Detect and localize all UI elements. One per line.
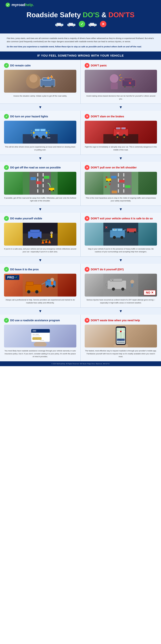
svg-point-156 (130, 280, 134, 284)
dont-desc-5: Serious injuries have occurred as a dire… (85, 298, 157, 304)
car-icon-2 (67, 22, 76, 26)
brakes-illustration: ✕ (85, 121, 157, 144)
do-badge-6: ✓ (4, 318, 9, 323)
svg-text:myroadhelp: myroadhelp (40, 340, 44, 341)
pro-badge: PRO ✓ (5, 275, 19, 280)
no-x: ✕ (151, 291, 154, 294)
tip-label-do-3: ✓ DO get off the road as soon as possibl… (4, 165, 76, 170)
do-desc-5: Always call a professional to help. Serv… (4, 298, 76, 304)
do-title-5: DO leave it to the pros (10, 268, 39, 271)
dont-desc-1: Avoid making stress-based decisions that… (85, 94, 157, 100)
svg-text:Request Roadside: Request Roadside (117, 340, 125, 340)
do-title-1: DO remain calm (10, 64, 31, 67)
svg-point-140 (27, 290, 30, 294)
svg-point-10 (73, 25, 74, 26)
svg-text:222-1234-5678-9100: 222-1234-5678-9100 (32, 335, 40, 336)
tip-col-do-2: ✓ DO turn on your hazard lights (0, 111, 81, 154)
svg-text:Jane A. Sample: Jane A. Sample (32, 334, 39, 335)
tip-label-dont-2: ✕ DON'T slam on the brakes (85, 114, 157, 119)
svg-rect-14 (90, 23, 94, 24)
svg-line-32 (120, 78, 122, 78)
svg-point-129 (113, 236, 116, 239)
dont-title-4: DON'T exit your vehicle unless it is saf… (91, 217, 153, 220)
svg-text:✕: ✕ (105, 186, 107, 188)
car-icon-1 (55, 22, 64, 26)
tips-container: ✓ DO remain calm ! ! (0, 60, 161, 361)
tip-label-dont-1: ✕ DON'T panic (85, 63, 157, 68)
svg-point-29 (110, 74, 119, 83)
arrow-down-1: ▼ (38, 105, 42, 110)
svg-point-155 (121, 288, 124, 290)
tip-row-4: ✓ DO make yourself visible (0, 213, 161, 257)
svg-text:✕: ✕ (105, 176, 108, 179)
svg-line-33 (119, 80, 121, 81)
tip-col-dont-5: ✕ DON'T do it yourself (DIY) (81, 264, 161, 308)
tip-col-do-1: ✓ DO remain calm ! ! (0, 60, 81, 104)
tip-label-dont-6: ✕ DON'T waste time when you need help (85, 318, 157, 323)
dont-title-5: DON'T do it yourself (DIY) (91, 268, 124, 271)
svg-rect-2 (57, 23, 61, 24)
svg-text:✕: ✕ (105, 226, 108, 230)
svg-rect-35 (124, 78, 132, 81)
dont-image-4: ✕ (85, 223, 157, 246)
no-badge: NO ✕ (144, 290, 156, 295)
card-illustration: ACME Jane A. Sample 222-1234-5678-9100 P… (8, 326, 73, 346)
svg-point-0 (6, 3, 10, 7)
svg-rect-95 (123, 184, 124, 187)
svg-rect-22 (43, 78, 51, 80)
intro-para1: Flat tires, jump starts, and tows are al… (7, 37, 154, 43)
arrow-row-3: ▼ ▼ (0, 206, 161, 213)
tip-label-dont-5: ✕ DON'T do it yourself (DIY) (85, 267, 157, 272)
tip-col-dont-1: ✕ DON'T panic ✕ (81, 60, 161, 104)
arrow-down-4: ▼ (38, 258, 42, 262)
svg-point-146 (52, 285, 55, 288)
svg-rect-175 (117, 328, 125, 338)
svg-rect-127 (118, 229, 122, 231)
arrow-col-do-3: ▼ (0, 206, 80, 213)
svg-rect-91 (118, 184, 119, 187)
do-image-4 (4, 223, 76, 246)
tip-col-do-5: ✓ DO leave it to the pros (0, 264, 81, 308)
svg-rect-60 (116, 128, 120, 129)
icon-row: ✓ ✕ (5, 21, 156, 27)
svg-point-47 (35, 136, 38, 139)
arrow-col-dont-5: ▼ (80, 308, 161, 315)
arrow-col-do-1: ▼ (0, 104, 80, 111)
svg-point-16 (94, 25, 95, 26)
intro-para2: So the next time you experience a roadsi… (7, 45, 154, 48)
svg-point-161 (34, 341, 47, 346)
panic-illustration: ✕ (85, 70, 157, 92)
shoulder-illustration: ✕ ✕ ✕ (85, 172, 157, 195)
arrow-col-do-4: ▼ (0, 257, 80, 264)
svg-point-23 (42, 85, 45, 88)
tip-col-dont-6: ✕ DON'T waste time when you need help (81, 315, 161, 361)
hazard-illustration (4, 121, 76, 144)
footer-text: © 2024 MyRoadHelp. All Rights Reserved. … (4, 363, 157, 364)
svg-point-24 (51, 85, 53, 88)
svg-rect-96 (123, 189, 124, 192)
tip-col-do-3: ✓ DO get off the road as soon as possibl… (0, 162, 81, 206)
tip-row-6: ✓ DO use a roadside assistance program A… (0, 315, 161, 361)
svg-point-154 (112, 288, 115, 290)
svg-line-31 (119, 74, 121, 76)
do-title-3: DO get off the road as soon as possible (10, 166, 61, 169)
svg-point-120 (42, 240, 46, 241)
logo-icon (5, 2, 10, 7)
tip-label-do-1: ✓ DO remain calm (4, 63, 76, 68)
tip-col-dont-4: ✕ DON'T exit your vehicle unless it is s… (81, 213, 161, 256)
svg-rect-6 (61, 24, 63, 25)
dont-image-6: Request Roadside GPS tracking active (85, 324, 157, 348)
arrow-down-2b: ▼ (119, 156, 123, 160)
arrow-row-1: ▼ ▼ (0, 104, 161, 111)
pro-text: PRO (7, 276, 14, 279)
do-desc-6: You most likely have roadside assistance… (4, 349, 76, 358)
dont-image-5: NO ✕ (85, 274, 157, 296)
svg-rect-110 (30, 230, 40, 232)
do-desc-2: This will let other drivers know you're … (4, 146, 76, 151)
dont-badge-1: ✕ (85, 63, 90, 68)
tip-label-do-6: ✓ DO use a roadside assistance program (4, 318, 76, 323)
dont-title-2: DON'T slam on the brakes (91, 115, 124, 118)
getoff-illustration (4, 172, 76, 195)
dont-badge-5: ✕ (85, 267, 90, 272)
svg-rect-106 (112, 190, 117, 193)
